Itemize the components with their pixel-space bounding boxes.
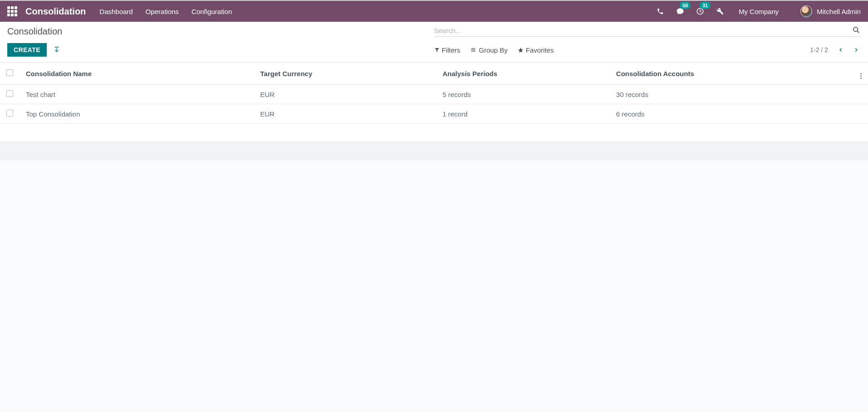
- nav-item-dashboard[interactable]: Dashboard: [99, 8, 132, 15]
- messages-icon[interactable]: 58: [674, 5, 686, 17]
- nav-menu: Dashboard Operations Configuration: [99, 8, 232, 15]
- cell-accounts: 30 records: [610, 85, 854, 104]
- col-header-accounts[interactable]: Consolidation Accounts: [610, 63, 854, 85]
- table-footer-blank: [0, 124, 868, 142]
- search-bar: [434, 26, 861, 37]
- favorites-label: Favorites: [526, 46, 554, 54]
- col-header-periods[interactable]: Analysis Periods: [436, 63, 610, 85]
- cell-currency: EUR: [254, 104, 436, 124]
- filter-icon: [434, 47, 440, 53]
- filters-button[interactable]: Filters: [434, 46, 461, 54]
- user-menu[interactable]: Mitchell Admin: [800, 5, 861, 17]
- activities-badge: 31: [700, 2, 711, 9]
- search-input[interactable]: [434, 27, 853, 34]
- table-header-row: Consolidation Name Target Currency Analy…: [0, 63, 868, 85]
- row-checkbox[interactable]: [6, 90, 13, 97]
- create-button[interactable]: CREATE: [7, 43, 47, 57]
- nav-item-operations[interactable]: Operations: [146, 8, 179, 15]
- list-view: Consolidation Name Target Currency Analy…: [0, 63, 868, 142]
- user-name: Mitchell Admin: [817, 8, 861, 15]
- company-selector[interactable]: My Company: [739, 8, 779, 15]
- cell-periods: 5 records: [436, 85, 610, 104]
- cell-name: Test chart: [20, 85, 254, 104]
- search-icon[interactable]: [853, 26, 861, 34]
- phone-icon[interactable]: [654, 5, 666, 17]
- favorites-button[interactable]: Favorites: [518, 46, 554, 54]
- export-icon[interactable]: [53, 46, 60, 53]
- cell-name: Top Consolidation: [20, 104, 254, 124]
- cell-currency: EUR: [254, 85, 436, 104]
- svg-line-2: [857, 31, 859, 33]
- pager-next[interactable]: [852, 45, 861, 54]
- column-options-icon[interactable]: [860, 73, 862, 79]
- pager-prev[interactable]: [836, 45, 845, 54]
- pager: 1-2 / 2: [810, 45, 861, 54]
- nav-item-configuration[interactable]: Configuration: [191, 8, 232, 15]
- search-options: Filters Group By Favorites: [434, 46, 554, 54]
- star-icon: [518, 47, 524, 53]
- app-brand[interactable]: Consolidation: [25, 6, 86, 17]
- activities-icon[interactable]: 31: [694, 5, 706, 17]
- chevron-left-icon: [838, 47, 844, 53]
- navbar: Consolidation Dashboard Operations Confi…: [0, 1, 868, 22]
- left-buttons: CREATE: [7, 43, 60, 57]
- control-panel: Consolidation CREATE Filters Gro: [0, 22, 868, 63]
- nav-right: 58 31 My Company Mitchell Admin: [654, 5, 861, 17]
- groupby-label: Group By: [479, 46, 507, 54]
- filters-label: Filters: [442, 46, 461, 54]
- breadcrumb: Consolidation: [7, 26, 62, 37]
- debug-icon[interactable]: [714, 5, 726, 17]
- row-checkbox[interactable]: [6, 110, 13, 116]
- pager-range[interactable]: 1-2 / 2: [810, 46, 828, 53]
- avatar: [800, 5, 812, 17]
- col-header-name[interactable]: Consolidation Name: [20, 63, 254, 85]
- page-gap: [0, 142, 868, 160]
- chevron-right-icon: [853, 47, 859, 53]
- table-row[interactable]: Top Consolidation EUR 1 record 6 records: [0, 104, 868, 124]
- apps-icon[interactable]: [7, 6, 17, 16]
- table-row[interactable]: Test chart EUR 5 records 30 records: [0, 85, 868, 104]
- groupby-button[interactable]: Group By: [470, 46, 507, 54]
- cell-periods: 1 record: [436, 104, 610, 124]
- messages-badge: 58: [680, 2, 691, 9]
- cell-accounts: 6 records: [610, 104, 854, 124]
- col-header-currency[interactable]: Target Currency: [254, 63, 436, 85]
- groupby-icon: [470, 47, 476, 53]
- select-all-checkbox[interactable]: [6, 69, 13, 76]
